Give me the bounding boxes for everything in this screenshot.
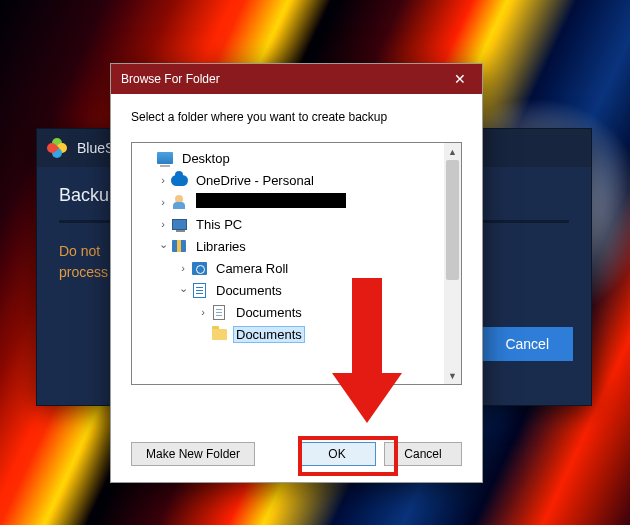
tree-item-onedrive[interactable]: OneDrive - Personal (132, 169, 444, 191)
tree-item-libraries[interactable]: Libraries (132, 235, 444, 257)
chevron-right-icon[interactable] (196, 306, 210, 318)
tree-label: Documents (216, 283, 282, 298)
tree-item-camera-roll[interactable]: Camera Roll (132, 257, 444, 279)
dialog-instruction: Select a folder where you want to create… (111, 94, 482, 124)
tree-label: Camera Roll (216, 261, 288, 276)
bluestacks-logo-icon (47, 138, 67, 158)
chevron-down-icon[interactable] (156, 240, 170, 253)
chevron-right-icon[interactable] (176, 262, 190, 274)
folder-icon (210, 326, 228, 342)
desktop-icon (156, 150, 174, 166)
close-icon: ✕ (454, 71, 466, 87)
tree-item-documents-sub1[interactable]: Documents (132, 301, 444, 323)
scroll-up-icon[interactable]: ▲ (444, 143, 461, 160)
browse-folder-dialog: Browse For Folder ✕ Select a folder wher… (110, 63, 483, 483)
user-icon (170, 194, 188, 210)
close-button[interactable]: ✕ (437, 64, 482, 94)
tree-item-documents-folder[interactable]: Documents (132, 323, 444, 345)
tree-label: This PC (196, 217, 242, 232)
scrollbar-thumb[interactable] (446, 160, 459, 280)
libraries-icon (170, 238, 188, 254)
bluestacks-cancel-button[interactable]: Cancel (481, 327, 573, 361)
scrollbar-track[interactable] (444, 160, 461, 367)
tree-label: Desktop (182, 151, 230, 166)
tree-item-user[interactable] (132, 191, 444, 213)
chevron-right-icon[interactable] (156, 218, 170, 230)
redacted-username (196, 193, 346, 208)
dialog-button-row: Make New Folder OK Cancel (111, 430, 482, 482)
tree-label: Documents (236, 305, 302, 320)
ok-button[interactable]: OK (298, 442, 376, 466)
pc-icon (170, 216, 188, 232)
tree-item-this-pc[interactable]: This PC (132, 213, 444, 235)
tree-label: OneDrive - Personal (196, 173, 314, 188)
tree-item-documents-lib[interactable]: Documents (132, 279, 444, 301)
cloud-icon (170, 172, 188, 188)
vertical-scrollbar[interactable]: ▲ ▼ (444, 143, 461, 384)
documents-library-icon (190, 282, 208, 298)
cancel-button[interactable]: Cancel (384, 442, 462, 466)
make-new-folder-button[interactable]: Make New Folder (131, 442, 255, 466)
camera-icon (190, 260, 208, 276)
chevron-right-icon[interactable] (156, 174, 170, 186)
tree-label: Libraries (196, 239, 246, 254)
tree-item-desktop[interactable]: Desktop (132, 147, 444, 169)
chevron-right-icon[interactable] (156, 196, 170, 208)
tree-label: Documents (236, 327, 302, 342)
dialog-titlebar[interactable]: Browse For Folder ✕ (111, 64, 482, 94)
scroll-down-icon[interactable]: ▼ (444, 367, 461, 384)
dialog-title: Browse For Folder (121, 72, 220, 86)
document-icon (210, 304, 228, 320)
folder-tree[interactable]: Desktop OneDrive - Personal This PC Lib (131, 142, 462, 385)
chevron-down-icon[interactable] (176, 284, 190, 297)
